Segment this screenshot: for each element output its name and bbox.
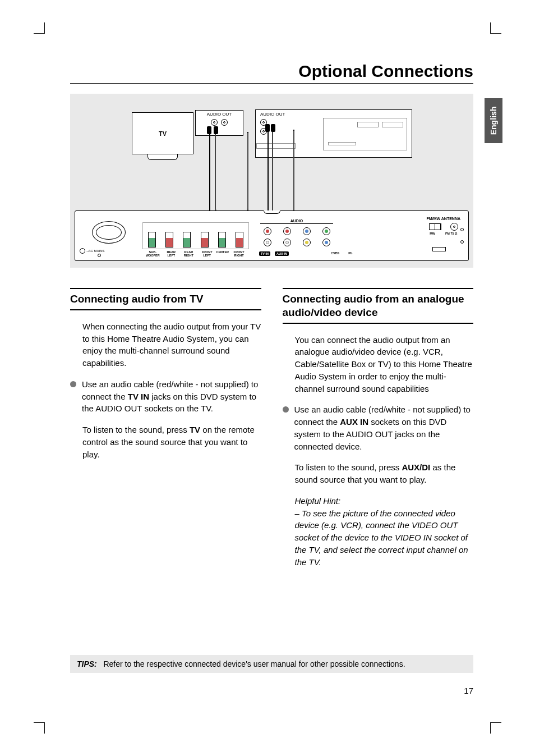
screw-icon [460,228,464,231]
screw-icon [460,240,464,244]
page-title: Optional Connections [70,62,473,84]
crop-mark [490,722,491,734]
audio-header-label: AUDIO [260,219,333,224]
video-label: CVBS [331,251,339,255]
bullet-item: Use an audio cable (red/white - not supp… [295,404,474,452]
video-labels: CVBS Pb [331,251,352,255]
language-tab: English [485,98,502,143]
speaker-terminal-icon [236,232,243,248]
antenna-header-label: FM/MW ANTENNA [427,217,460,221]
bullet-text: Use an audio cable (red/white - not supp… [294,404,474,452]
bold-text: AUX/DI [402,462,430,472]
body-columns: Connecting audio from TV When connecting… [70,288,473,568]
speaker-terminal-icon [165,232,173,248]
right-column: Connecting audio from an analogue audio/… [283,288,474,568]
rca-jack-icon [322,227,330,235]
tv-label: TV [159,130,167,137]
paragraph: To listen to the sound, press TV on the … [82,424,261,460]
speaker-terminal-icon [201,232,209,248]
speaker-label: SUB-WOOFER [142,250,163,257]
speaker-label: CENTER [216,250,229,257]
io-label: TV-IN [259,251,270,256]
section-rule [283,288,474,289]
rca-jack-icon [221,119,228,126]
paragraph: You can connect the audio output from an… [295,334,474,395]
mw-antenna-icon [429,223,441,230]
text: To listen to the sound, press [82,425,190,434]
ext-audio-out-label: AUDIO OUT [260,112,285,117]
rca-jack-icon [303,227,311,235]
tv-audio-out-label: AUDIO OUT [196,111,243,117]
device-deck-icon [323,118,407,150]
bold-text: AUX IN [340,417,368,427]
section-rule [70,288,261,289]
rca-jack-icon [264,227,271,235]
audio-cable-icon [215,133,248,216]
plug-icon [214,126,218,134]
speaker-terminal-icon [183,232,191,248]
rca-jack-icon [303,239,311,246]
crop-mark [490,22,491,34]
bullet-icon [70,381,76,387]
paragraph: When connecting the audio output from yo… [82,320,261,369]
helpful-hint: Helpful Hint: – To see the picture of th… [295,495,474,569]
tips-label: TIPS: [77,659,97,668]
audio-cable-icon [272,131,294,219]
crop-mark [490,33,501,34]
antenna-sublabel: MW [430,232,435,235]
section-rule [283,323,474,324]
section-rule [70,309,261,310]
port-icon [432,247,446,251]
hint-label: Helpful Hint: [295,495,474,507]
tv-icon: TV [132,112,193,154]
speaker-label: FRONT RIGHT [229,250,249,257]
audio-io-labels: TV-IN AUX-IN [259,251,289,256]
speaker-terminals [142,222,249,249]
connection-diagram: TV AUDIO OUT AUDIO OUT [70,94,473,268]
receiver-rear-panel: ~AC MAINS SUB-WOOFER REAR LEFT REAR RIGH… [75,210,469,261]
content-area: Optional Connections TV AUDIO OUT AUDIO … [70,62,473,700]
text: To listen to the sound, press [295,462,402,472]
bullet-text: Use an audio cable (red/white - not supp… [82,378,261,415]
plug-icon [207,126,211,134]
fan-vent-icon [92,221,126,244]
page-number: 17 [464,686,473,695]
bold-text: TV IN [128,392,149,401]
rca-jack-icon [322,239,330,246]
bullet-item: Use an audio cable (red/white - not supp… [82,378,261,415]
io-label: AUX-IN [275,251,289,256]
tips-text: Refer to the respective connected device… [103,659,405,668]
rca-jack-icon [264,239,271,246]
rca-jack-icon [211,119,218,126]
crop-mark [44,722,45,734]
antenna-sublabel: FM 75 Ω [445,232,458,235]
speaker-label: REAR RIGHT [179,250,198,257]
video-label: Pb [348,251,352,255]
plug-icon [265,124,270,132]
language-label: English [489,107,498,135]
rca-jack-icon [283,239,291,246]
section-heading: Connecting audio from an analogue audio/… [283,292,474,319]
speaker-label: REAR LEFT [163,250,180,257]
plug-icon [271,124,275,132]
antenna-block: FM/MW ANTENNA MW FM 75 Ω [427,217,460,235]
speaker-label: FRONT LEFT [198,250,216,257]
paragraph: To listen to the sound, press AUX/DI as … [295,461,474,486]
screw-icon [98,254,101,257]
crop-mark [34,33,45,34]
crop-mark [34,722,45,723]
speaker-terminal-icon [148,232,156,248]
notch-icon [264,210,280,214]
section-heading: Connecting audio from TV [70,292,261,306]
tips-bar: TIPS: Refer to the respective connected … [70,655,473,673]
speaker-labels: SUB-WOOFER REAR LEFT REAR RIGHT FRONT LE… [142,250,249,257]
rca-jack-icon [283,227,291,235]
crop-mark [490,722,501,723]
page: English Optional Connections TV AUDIO OU… [0,0,535,756]
bullet-icon [283,406,289,413]
crop-mark [44,22,45,34]
hint-body: – To see the picture of the connected vi… [295,507,474,569]
left-column: Connecting audio from TV When connecting… [70,288,261,568]
audio-io-block: AUDIO [260,219,333,250]
ac-mains-label: ~AC MAINS [80,248,105,254]
